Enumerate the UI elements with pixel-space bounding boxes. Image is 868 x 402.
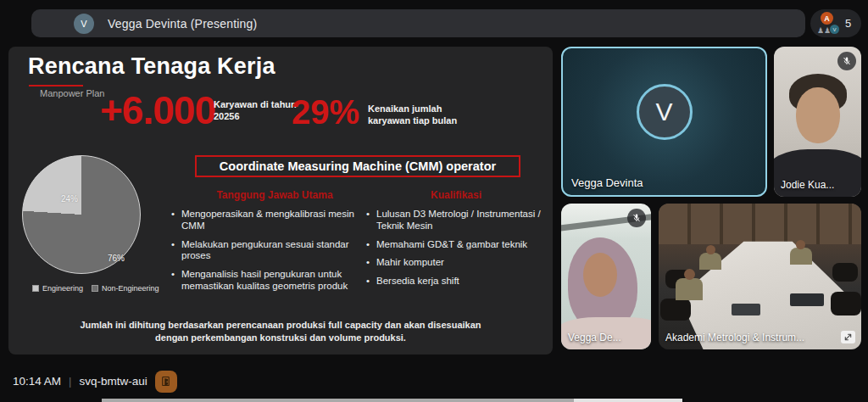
- participant-name: Vegga De...: [568, 332, 621, 343]
- presenter-avatar: V: [74, 14, 94, 34]
- video-tile-vegga-camera[interactable]: Vegga De...: [561, 204, 651, 349]
- role-title-box: Coordinate Measuring Machine (CMM) opera…: [195, 155, 520, 177]
- person-shape: [699, 253, 721, 270]
- bullet-list: Lulusan D3 Metrologi / Instrumentasi / T…: [364, 209, 548, 288]
- clock-time: 10:14 AM: [13, 375, 61, 388]
- legend-item: Engineering: [32, 284, 83, 293]
- avatar: V: [637, 84, 693, 140]
- title-underline: [29, 85, 83, 87]
- list-item: Melakukan pengukuran sesuai standar pros…: [170, 239, 380, 263]
- cabinet-shape: [659, 204, 861, 244]
- avatar: V: [830, 25, 839, 34]
- footnote-line: Jumlah ini dihitung berdasarkan perencan…: [8, 319, 553, 332]
- legend-item: Non-Engineering: [92, 284, 159, 293]
- legend-label: Non-Engineering: [102, 284, 159, 293]
- head-shape: [796, 240, 805, 249]
- participant-name: Jodie Kua...: [781, 179, 834, 191]
- list-item: Lulusan D3 Metrologi / Instrumentasi / T…: [364, 209, 548, 232]
- stat-label-line: Kenaikan jumlah: [368, 103, 457, 115]
- bullet-list: Mengoperasikan & mengkalibrasi mesin CMM…: [170, 209, 380, 293]
- stat-label-line: 20256: [214, 111, 297, 123]
- mic-muted-icon: [837, 52, 856, 70]
- stat-employees-value: +6.000: [100, 87, 215, 133]
- face-shape: [583, 253, 617, 297]
- list-item: Bersedia kerja shift: [364, 276, 548, 288]
- meeting-code: svq-bmtw-aui: [79, 375, 147, 388]
- head-shape: [684, 269, 695, 280]
- list-item: Menganalisis hasil pengukuran untuk mema…: [170, 269, 380, 293]
- pie-chart: 24% 76%: [22, 155, 141, 274]
- legend-label: Engineering: [42, 284, 83, 293]
- meeting-window: V Vegga Devinta (Presenting) A ♟♟ V 5 Re…: [0, 0, 868, 402]
- divider: |: [69, 375, 71, 388]
- video-tile-vegga-devinta[interactable]: V Vegga Devinta: [561, 47, 767, 197]
- person-shape: [676, 278, 703, 300]
- participant-name: Akademi Metrologi & Instrum...: [665, 332, 804, 343]
- footnote-line: dengan perkembangan konstruksi dan volum…: [8, 332, 553, 344]
- presenter-label: Vegga Devinta (Presenting): [108, 17, 257, 31]
- qualifications-column: Kualifikasi Lulusan D3 Metrologi / Instr…: [364, 189, 548, 294]
- avatar: A: [821, 12, 833, 25]
- column-header: Kualifikasi: [364, 189, 548, 201]
- chair-shape: [832, 263, 858, 282]
- participants-chip[interactable]: A ♟♟ V 5: [810, 9, 861, 37]
- control-bar: 10:14 AM | svq-bmtw-aui: [0, 360, 868, 402]
- column-header: Tanggung Jawab Utama: [170, 189, 380, 201]
- presenter-chip[interactable]: V Vegga Devinta (Presenting): [31, 9, 805, 37]
- expand-icon[interactable]: [841, 331, 855, 343]
- stat-label-line: Karyawan di tahun: [214, 99, 297, 111]
- video-scene: [659, 204, 861, 349]
- laptop-shape: [790, 293, 824, 306]
- taskbar-edge-highlight: [574, 399, 682, 402]
- list-item: Mahir komputer: [364, 257, 548, 269]
- mic-muted-icon: [627, 209, 646, 227]
- pie-slice-label: 24%: [61, 194, 78, 204]
- chair-shape: [831, 292, 861, 315]
- list-item: Mengoperasikan & mengkalibrasi mesin CMM: [170, 209, 380, 232]
- laptop-shape: [732, 304, 760, 315]
- participant-count: 5: [845, 17, 851, 30]
- slide-footnote: Jumlah ini dihitung berdasarkan perencan…: [8, 319, 553, 344]
- stat-growth-label: Kenaikan jumlah karyawan tiap bulan: [368, 103, 457, 127]
- video-tile-jodie[interactable]: Jodie Kua...: [774, 47, 861, 197]
- legend-swatch: [32, 285, 39, 292]
- pie-slice-label: 76%: [108, 254, 125, 263]
- responsibilities-column: Tanggung Jawab Utama Mengoperasikan & me…: [170, 189, 380, 299]
- presented-slide: Rencana Tenaga Kerja Manpower Plan +6.00…: [8, 47, 553, 355]
- chair-shape: [660, 299, 691, 321]
- door-badge-icon[interactable]: [155, 371, 177, 393]
- role-title: Coordinate Measuring Machine (CMM) opera…: [220, 159, 496, 173]
- legend-swatch: [92, 285, 98, 292]
- face-shape: [796, 87, 840, 143]
- participant-name: Vegga Devinta: [571, 176, 643, 189]
- page-title: Rencana Tenaga Kerja: [28, 53, 275, 80]
- people-icon: ♟♟: [817, 27, 831, 35]
- slide-subtitle: Manpower Plan: [40, 88, 104, 98]
- participant-avatars: A ♟♟ V: [817, 12, 839, 35]
- stat-label-line: karyawan tiap bulan: [368, 115, 457, 127]
- head-shape: [706, 245, 715, 254]
- stat-employees-label: Karyawan di tahun 20256: [214, 99, 297, 123]
- list-item: Memahami GD&T & gambar teknik: [364, 239, 548, 251]
- pie-legend: Engineering Non-Engineering: [32, 284, 159, 293]
- meeting-info: 10:14 AM | svq-bmtw-aui: [13, 360, 177, 402]
- taskbar-edge: [102, 399, 682, 402]
- person-shape: [790, 248, 812, 265]
- video-tile-meeting-room[interactable]: Akademi Metrologi & Instrum...: [659, 204, 861, 349]
- stat-growth-value: 29%: [292, 93, 359, 131]
